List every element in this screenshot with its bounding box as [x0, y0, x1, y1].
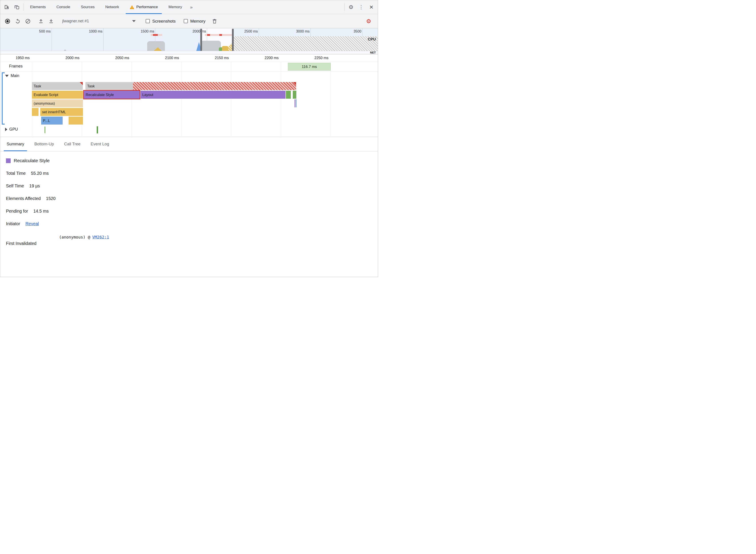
flame-chart[interactable]: 1950 ms 2000 ms 2050 ms 2100 ms 2150 ms …: [0, 54, 378, 137]
summary-row: Elements Affected 1520: [6, 196, 378, 201]
clear-recordings-button[interactable]: [209, 16, 220, 26]
overview-time-label: 1500 ms: [136, 30, 154, 34]
screenshots-toggle[interactable]: Screenshots: [146, 19, 176, 24]
long-task-indicator: [207, 34, 210, 36]
upload-icon: [38, 18, 44, 24]
long-task-indicator: [219, 34, 222, 36]
gpu-activity-bar[interactable]: [97, 126, 98, 133]
divider: [0, 62, 378, 62]
block-icon: [25, 18, 31, 24]
save-profile-button[interactable]: [46, 16, 56, 26]
download-icon: [48, 18, 54, 24]
script-bar[interactable]: [69, 117, 83, 124]
cpu-label: CPU: [368, 37, 376, 42]
script-bar-small[interactable]: [32, 108, 39, 116]
cpu-activity-blob: [201, 41, 221, 51]
ruler-time-label: 2100 ms: [157, 56, 179, 60]
overview-left-handle[interactable]: [200, 29, 202, 51]
frames-track-label: Frames: [9, 64, 22, 69]
tab-elements[interactable]: Elements: [25, 0, 51, 14]
summary-row-label: Elements Affected: [6, 196, 41, 201]
recalculate-style-bar-selected[interactable]: Recalculate Style: [83, 90, 140, 99]
reload-and-record-button[interactable]: [13, 16, 23, 26]
ruler-time-label: 2150 ms: [207, 56, 229, 60]
tab-sources[interactable]: Sources: [75, 0, 100, 14]
net-label: NET: [370, 51, 376, 54]
devtools-tabbar: Elements Console Sources Network Perform…: [0, 0, 378, 14]
tabbar-spacer: [195, 0, 343, 14]
tab-bottom-up[interactable]: Bottom-Up: [29, 137, 59, 151]
chevron-down-icon: [132, 20, 136, 22]
overview-time-label: 2500 ms: [239, 30, 258, 34]
ruler-time-label: 2200 ms: [257, 56, 279, 60]
kebab-menu-icon[interactable]: ⋮: [356, 0, 366, 14]
screenshots-checkbox[interactable]: [146, 19, 150, 23]
history-dropdown[interactable]: jlwagner.net #1: [59, 19, 139, 23]
stack-frame-source-link[interactable]: VM262:1: [92, 235, 109, 239]
long-task-stripes: [133, 82, 296, 90]
gpu-track-toggle[interactable]: GPU: [5, 127, 18, 132]
chevron-right-icon: [5, 128, 7, 131]
trash-icon: [212, 18, 217, 24]
network-strip: [0, 51, 378, 54]
initiator-reveal-link[interactable]: Reveal: [25, 221, 39, 226]
task-bar-long[interactable]: Task: [86, 82, 296, 90]
tab-call-tree[interactable]: Call Tree: [59, 137, 86, 151]
gridline: [32, 62, 32, 136]
gridline: [281, 62, 281, 136]
paint-bar[interactable]: [286, 91, 291, 99]
summary-row-value: 55.20 ms: [31, 171, 49, 176]
overview-right-handle[interactable]: [232, 29, 234, 51]
paint-bar[interactable]: [293, 91, 296, 99]
summary-title-row: Recalculate Style: [6, 158, 378, 163]
anonymous-function-bar[interactable]: (anonymous): [32, 99, 83, 107]
performance-toolbar: jlwagner.net #1 Screenshots Memory ⚙: [0, 14, 378, 28]
main-track-selection-bracket: [2, 72, 3, 124]
summary-row-initiator: Initiator Reveal: [6, 221, 378, 226]
inspect-element-icon[interactable]: [2, 0, 12, 14]
parse-html-bar[interactable]: P...L: [41, 117, 63, 124]
frame-duration-badge[interactable]: 116.7 ms: [288, 63, 331, 70]
warning-icon: [130, 5, 134, 9]
summary-row-value: 19 µs: [29, 183, 40, 188]
summary-row-label: Self Time: [6, 183, 24, 188]
tab-console[interactable]: Console: [51, 0, 75, 14]
load-profile-button[interactable]: [36, 16, 46, 26]
divider: [23, 3, 23, 11]
style-mark[interactable]: [294, 99, 295, 107]
cpu-busy-hatch: [232, 36, 378, 51]
device-toolbar-icon[interactable]: [12, 0, 22, 14]
cpu-activity-script: [222, 46, 228, 51]
tab-event-log[interactable]: Event Log: [86, 137, 114, 151]
stack-frame-function: (anonymous) @: [59, 235, 90, 239]
tab-network[interactable]: Network: [100, 0, 124, 14]
timeline-overview[interactable]: 500 ms 1000 ms 1500 ms 2000 ms 2500 ms 3…: [0, 28, 378, 54]
ruler-time-label: 2250 ms: [306, 56, 328, 60]
tab-performance[interactable]: Performance: [124, 0, 163, 14]
memory-toggle[interactable]: Memory: [184, 19, 206, 24]
close-icon[interactable]: ×: [366, 0, 376, 14]
parse-mark[interactable]: [296, 99, 296, 107]
summary-row-label: Pending for: [6, 209, 28, 214]
tab-memory[interactable]: Memory: [163, 0, 187, 14]
summary-row-first-invalidated: First Invalidated (anonymous) @ VM262:1: [6, 235, 378, 249]
clear-button[interactable]: [23, 16, 33, 26]
layout-bar[interactable]: Layout: [141, 91, 285, 99]
overview-time-label: 3000 ms: [291, 30, 310, 34]
overview-time-label: 1000 ms: [84, 30, 103, 34]
reload-icon: [15, 18, 20, 24]
record-button[interactable]: [2, 16, 13, 26]
gpu-activity-bar[interactable]: [45, 126, 45, 133]
history-selected-value: jlwagner.net #1: [62, 19, 89, 23]
memory-checkbox[interactable]: [184, 19, 188, 23]
main-track-toggle[interactable]: Main: [5, 73, 19, 78]
settings-gear-icon[interactable]: ⚙: [346, 0, 356, 14]
more-tabs-button[interactable]: »: [187, 0, 196, 14]
capture-settings-gear-icon[interactable]: ⚙: [364, 16, 374, 26]
evaluate-script-bar[interactable]: Evaluate Script: [32, 91, 83, 99]
set-innerhtml-bar[interactable]: set innerHTML: [40, 108, 83, 116]
tab-summary[interactable]: Summary: [2, 137, 29, 151]
inspect-icon-svg: [4, 4, 9, 10]
event-color-swatch: [6, 158, 11, 163]
task-bar[interactable]: Task: [32, 82, 83, 90]
